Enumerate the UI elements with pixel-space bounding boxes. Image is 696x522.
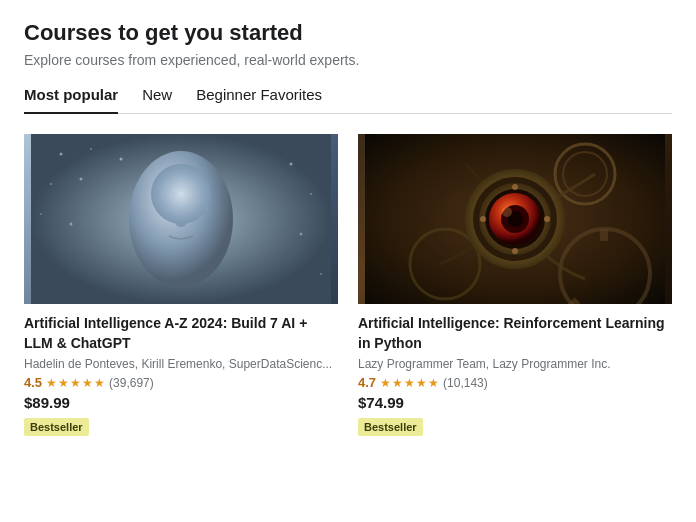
page-title: Courses to get you started (24, 20, 672, 46)
star-3: ★ (70, 376, 81, 390)
course-card-rl[interactable]: Artificial Intelligence: Reinforcement L… (358, 134, 672, 436)
svg-point-10 (300, 233, 303, 236)
tab-beginner-favorites[interactable]: Beginner Favorites (196, 86, 322, 113)
svg-point-35 (512, 184, 518, 190)
svg-point-7 (70, 223, 73, 226)
svg-point-13 (154, 199, 174, 213)
course-rating-count-rl: (10,143) (443, 376, 488, 390)
tab-most-popular[interactable]: Most popular (24, 86, 118, 113)
course-rating-row-rl: 4.7 ★ ★ ★ ★ ★ (10,143) (358, 375, 672, 390)
svg-rect-25 (600, 229, 608, 241)
tab-bar: Most popular New Beginner Favorites (24, 86, 672, 114)
star-4: ★ (82, 376, 93, 390)
course-title-rl: Artificial Intelligence: Reinforcement L… (358, 314, 672, 353)
svg-point-1 (60, 153, 63, 156)
svg-point-4 (50, 183, 52, 185)
course-price-ai-az: $89.99 (24, 394, 338, 411)
svg-point-38 (544, 216, 550, 222)
svg-point-37 (480, 216, 486, 222)
tab-new[interactable]: New (142, 86, 172, 113)
course-instructor-ai-az: Hadelin de Ponteves, Kirill Eremenko, Su… (24, 357, 338, 371)
course-rating-rl: 4.7 (358, 375, 376, 390)
course-thumbnail-rl (358, 134, 672, 304)
star-3: ★ (404, 376, 415, 390)
svg-point-36 (512, 248, 518, 254)
svg-point-5 (80, 178, 83, 181)
course-rating-ai-az: 4.5 (24, 375, 42, 390)
course-stars-rl: ★ ★ ★ ★ ★ (380, 376, 439, 390)
course-stars-ai-az: ★ ★ ★ ★ ★ (46, 376, 105, 390)
course-card-ai-az[interactable]: Artificial Intelligence A-Z 2024: Build … (24, 134, 338, 436)
star-4: ★ (416, 376, 427, 390)
star-1: ★ (46, 376, 57, 390)
svg-point-14 (188, 199, 208, 213)
svg-point-19 (176, 221, 186, 227)
star-2: ★ (392, 376, 403, 390)
course-thumbnail-ai-az (24, 134, 338, 304)
svg-point-17 (160, 202, 164, 206)
svg-point-3 (120, 158, 123, 161)
course-title-ai-az: Artificial Intelligence A-Z 2024: Build … (24, 314, 338, 353)
courses-grid: Artificial Intelligence A-Z 2024: Build … (24, 134, 672, 436)
svg-point-16 (193, 201, 203, 211)
svg-point-15 (159, 201, 169, 211)
svg-point-9 (310, 193, 312, 195)
star-half: ★ (94, 376, 105, 390)
course-instructor-rl: Lazy Programmer Team, Lazy Programmer In… (358, 357, 672, 371)
course-badge-rl: Bestseller (358, 418, 423, 436)
course-badge-ai-az: Bestseller (24, 418, 89, 436)
svg-point-8 (290, 163, 293, 166)
page-subtitle: Explore courses from experienced, real-w… (24, 52, 672, 68)
star-half: ★ (428, 376, 439, 390)
svg-point-34 (502, 207, 512, 217)
svg-point-2 (90, 148, 92, 150)
star-1: ★ (380, 376, 391, 390)
course-rating-row-ai-az: 4.5 ★ ★ ★ ★ ★ (39,697) (24, 375, 338, 390)
svg-point-18 (194, 202, 198, 206)
star-2: ★ (58, 376, 69, 390)
course-price-rl: $74.99 (358, 394, 672, 411)
svg-point-11 (320, 273, 322, 275)
svg-point-6 (40, 213, 42, 215)
svg-point-12 (129, 151, 233, 287)
course-rating-count-ai-az: (39,697) (109, 376, 154, 390)
